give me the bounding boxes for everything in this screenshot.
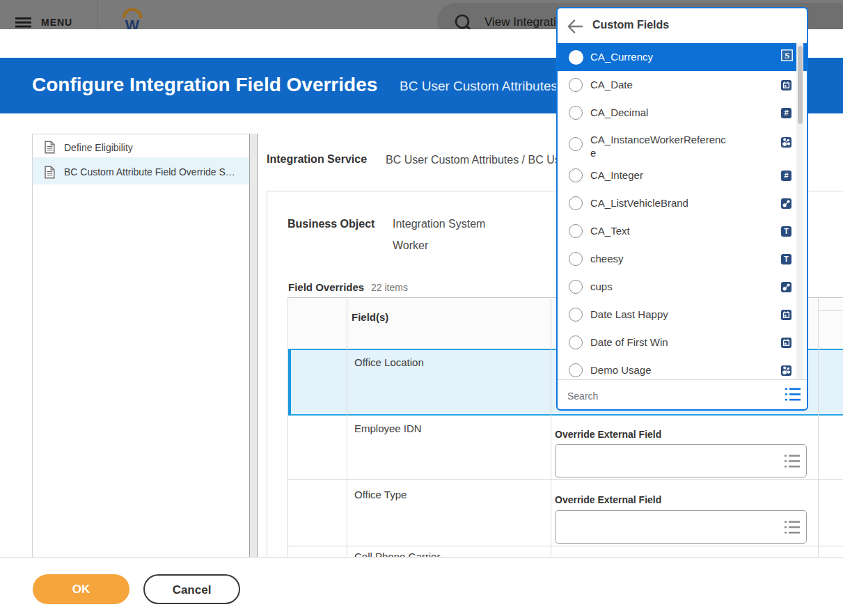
svg-text:T: T: [784, 227, 789, 235]
svg-text:#: #: [784, 109, 788, 117]
svg-text:T: T: [784, 255, 789, 263]
svg-text:W: W: [125, 17, 140, 29]
svg-text:#: #: [784, 171, 788, 180]
svg-text:S: S: [785, 50, 789, 61]
